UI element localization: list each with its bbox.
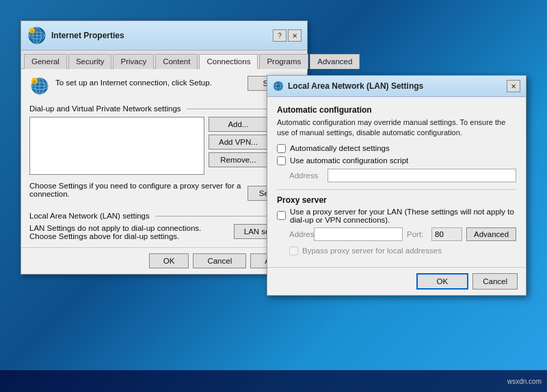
tab-general[interactable]: General [24,54,67,69]
cancel-button[interactable]: Cancel [193,253,246,268]
proxy-section-label: Proxy server [277,195,516,205]
auto-script-checkbox[interactable] [277,156,286,165]
internet-properties-title: Internet Properties [51,31,124,40]
auto-config-desc: Automatic configuration may override man… [277,117,516,139]
auto-detect-label: Automatically detect settings [290,144,390,152]
titlebar-left: e Internet Properties [27,25,124,46]
lan-icon [273,81,284,92]
lan-dialog-footer: OK Cancel [267,267,526,295]
lan-titlebar-left: Local Area Network (LAN) Settings [273,81,423,92]
lan-ok-button[interactable]: OK [416,273,469,290]
lan-titlebar: Local Area Network (LAN) Settings ✕ [267,76,526,97]
lan-section-header: Local Area Network (LAN) settings [29,212,299,220]
add-button[interactable]: Add... [209,117,268,132]
add-vpn-button[interactable]: Add VPN... [209,135,268,150]
internet-properties-footer: OK Cancel Apply [21,247,307,274]
vpn-section: Add... Add VPN... Remove... [29,117,299,175]
auto-detect-row: Automatically detect settings [277,144,516,153]
ie-icon: e [27,25,47,46]
tab-security[interactable]: Security [68,54,112,69]
svg-text:e: e [33,79,36,85]
close-button[interactable]: ✕ [288,29,302,42]
lan-dialog-content: Automatic configuration Automatic config… [267,97,526,267]
tab-advanced[interactable]: Advanced [310,54,360,69]
lan-dialog-title: Local Area Network (LAN) Settings [288,81,423,91]
auto-detect-checkbox[interactable] [277,144,286,153]
bypass-row: Bypass proxy server for local addresses [289,247,516,255]
proxy-desc: Use a proxy server for your LAN (These s… [290,208,516,224]
lan-close-button[interactable]: ✕ [507,80,520,92]
proxy-checkbox-row: Use a proxy server for your LAN (These s… [277,208,516,224]
svg-point-14 [274,81,283,91]
auto-script-row: Use automatic configuration script [277,156,516,165]
auto-script-label: Use automatic configuration script [290,156,408,165]
setup-text: To set up an Internet connection, click … [55,76,242,87]
vpn-buttons: Add... Add VPN... Remove... [209,117,268,175]
proxy-info-text: Choose Settings if you need to configure… [29,182,243,198]
taskbar: wsxdn.com [0,370,547,392]
taskbar-label: wsxdn.com [507,378,542,385]
internet-properties-titlebar: e Internet Properties ? ✕ [21,21,307,51]
proxy-port-input[interactable] [431,227,462,241]
lan-section: Local Area Network (LAN) settings LAN Se… [29,212,299,240]
tab-programs[interactable]: Programs [259,54,308,69]
lan-settings-dialog: Local Area Network (LAN) Settings ✕ Auto… [267,75,526,296]
internet-properties-dialog: e Internet Properties ? ✕ General Securi… [21,20,308,275]
script-address-row: Address [289,169,516,182]
proxy-checkbox[interactable] [277,211,286,220]
ok-button[interactable]: OK [149,253,189,268]
titlebar-buttons: ? ✕ [273,29,302,42]
lan-description: LAN Settings do not apply to dial-up con… [29,224,228,240]
help-button[interactable]: ? [273,29,286,42]
advanced-button[interactable]: Advanced [466,227,516,241]
tab-connections[interactable]: Connections [199,54,258,69]
proxy-address-label: Address: [289,230,310,238]
bypass-label: Bypass proxy server for local addresses [302,247,442,255]
tab-content[interactable]: Content [155,54,198,69]
address-label: Address [289,171,323,180]
lan-titlebar-buttons: ✕ [507,80,520,92]
tab-privacy[interactable]: Privacy [113,54,154,69]
vpn-listbox[interactable] [29,117,204,175]
tabs-bar: General Security Privacy Content Connect… [21,51,307,69]
address-input[interactable] [328,169,516,182]
remove-button[interactable]: Remove... [209,152,268,167]
connection-icon: e [29,76,50,96]
proxy-address-input[interactable] [314,227,403,241]
auto-config-label: Automatic configuration [277,105,516,115]
proxy-section: Proxy server Use a proxy server for your… [277,189,516,255]
lan-cancel-button[interactable]: Cancel [472,273,518,290]
setup-row: e To set up an Internet connection, clic… [29,76,299,96]
proxy-address-row: Address: Port: Advanced [289,227,516,241]
lan-row: LAN Settings do not apply to dial-up con… [29,224,299,240]
proxy-port-label: Port: [407,230,427,238]
bypass-checkbox[interactable] [289,247,298,255]
connections-tab-content: e To set up an Internet connection, clic… [21,69,307,247]
dialup-section-header: Dial-up and Virtual Private Network sett… [29,104,299,113]
